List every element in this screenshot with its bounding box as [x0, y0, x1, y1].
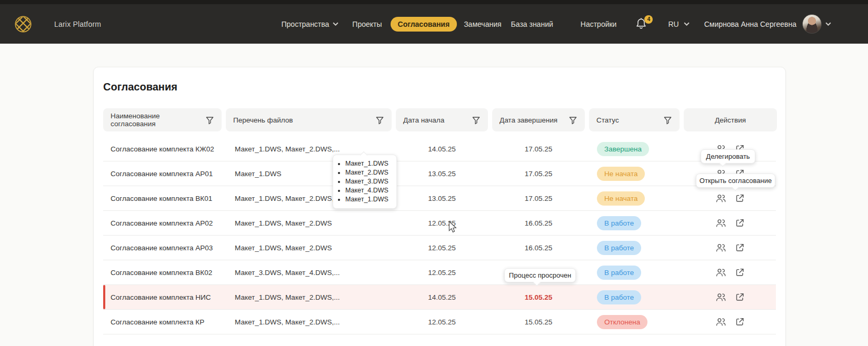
open-approval-icon[interactable] [735, 218, 745, 228]
end-date: 17.05.25 [492, 161, 585, 186]
table-row[interactable]: Согласование комплекта КЖ02Макет_1.DWS, … [103, 137, 776, 161]
table-row[interactable]: Согласование комплекта НИСМакет_1.DWS, М… [103, 285, 776, 310]
filter-icon[interactable] [205, 116, 214, 125]
start-date: 14.05.25 [396, 285, 488, 309]
column-header: Дата завершения [492, 108, 585, 131]
approval-name: Согласование комплекта АР03 [103, 236, 222, 260]
approval-name: Согласование комплекта АР01 [103, 161, 222, 186]
column-label: Статус [596, 116, 619, 124]
table-row[interactable]: Согласование комплекта АР03Макет_1.DWS, … [103, 236, 776, 260]
status-badge: Отклонена [597, 315, 647, 329]
language-label: RU [668, 20, 679, 28]
delegate-icon[interactable] [716, 194, 726, 203]
notification-badge: 4 [644, 15, 653, 24]
file-item: Макет_1.DWS [345, 195, 392, 204]
chevron-down-icon [684, 22, 690, 26]
open-approval-icon[interactable] [735, 268, 745, 277]
file-item: Макет_2.DWS [345, 168, 392, 177]
top-navbar: Larix Platform Пространства Проекты Согл… [0, 0, 868, 44]
nav-item-label: Настройки [581, 20, 617, 28]
actions-cell [684, 236, 777, 260]
file-list-text: Макет_1.DWS, Макет_2.DWS [226, 211, 392, 235]
file-list-text: Макет_3.DWS, Макет_4.DWS,... [226, 260, 392, 284]
column-header: Перечень файлов [226, 108, 392, 131]
filter-icon[interactable] [472, 116, 481, 125]
open-approval-icon[interactable] [735, 194, 745, 203]
notifications-button[interactable]: 4 [635, 17, 648, 31]
status-badge: В работе [597, 266, 641, 280]
nav-item-knowledge-base[interactable]: База знаний [511, 20, 553, 28]
column-label: Дата начала [403, 116, 444, 124]
start-date: 12.05.25 [396, 260, 488, 284]
start-date: 14.05.25 [396, 137, 488, 161]
table-row[interactable]: Согласование комплекта КРМакет_1.DWS, Ма… [103, 310, 776, 334]
column-label: Перечень файлов [233, 116, 293, 124]
delegate-icon[interactable] [716, 292, 726, 302]
table-row[interactable]: Согласование комплекта АР02Макет_1.DWS, … [103, 211, 776, 236]
nav-item-label: Проекты [352, 20, 382, 28]
column-label: Дата завершения [500, 116, 557, 124]
end-date: 15.05.25 [492, 310, 585, 334]
table-row[interactable]: Согласование комплекта ВК01Макет_1.DWS, … [103, 186, 776, 211]
file-list-text: Макет_1.DWS, Макет_2.DWS [226, 236, 392, 260]
nav-item-approvals[interactable]: Согласования [391, 17, 457, 32]
filter-icon[interactable] [663, 116, 672, 125]
status-badge: Завершена [597, 142, 649, 156]
status-cell: В работе [589, 260, 680, 284]
status-cell: Не начата [589, 161, 680, 186]
end-date: 17.05.25 [492, 186, 585, 210]
larix-logo-icon [13, 14, 33, 34]
start-date: 12.05.25 [396, 211, 488, 235]
status-badge: В работе [597, 241, 641, 255]
nav-item-projects[interactable]: Проекты [352, 20, 382, 28]
end-date: 16.05.25 [492, 236, 585, 260]
delegate-icon[interactable] [716, 218, 726, 228]
brand-name: Larix Platform [54, 20, 101, 28]
delegate-icon[interactable] [716, 317, 726, 327]
open-approval-icon[interactable] [735, 292, 745, 302]
actions-cell [684, 211, 777, 235]
overdue-tooltip: Процесс просрочен [504, 268, 576, 282]
file-item: Макет_3.DWS [345, 177, 392, 186]
filter-icon[interactable] [568, 116, 577, 125]
nav-item-remarks[interactable]: Замечания [464, 20, 501, 28]
status-cell: Отклонена [589, 310, 680, 334]
approval-name: Согласование комплекта НИС [103, 285, 222, 309]
user-menu-chevron-icon[interactable] [825, 22, 831, 26]
approvals-card: Согласования Наименование согласованияПе… [93, 67, 786, 346]
status-cell: В работе [589, 236, 680, 260]
table-row[interactable]: Согласование комплекта ВК02Макет_3.DWS, … [103, 260, 776, 285]
start-date: 12.05.25 [396, 310, 488, 334]
nav-item-label: База знаний [511, 20, 553, 28]
avatar[interactable] [802, 14, 822, 34]
file-list-text: Макет_1.DWS, Макет_2.DWS,... [226, 285, 392, 309]
page-title: Согласования [103, 81, 776, 93]
actions-cell [684, 186, 777, 210]
column-header: Статус [589, 108, 680, 131]
approval-name: Согласование комплекта КР [103, 310, 222, 334]
delegate-icon[interactable] [716, 243, 726, 252]
end-date: 15.05.25 [492, 285, 585, 309]
mouse-cursor [448, 221, 457, 233]
nav-item-spaces[interactable]: Пространства [282, 20, 339, 28]
open-approval-icon[interactable] [735, 243, 745, 252]
column-label: Наименование согласования [111, 112, 205, 128]
nav-item-settings[interactable]: Настройки [581, 20, 617, 28]
end-date: 17.05.25 [492, 137, 585, 161]
status-badge: В работе [597, 290, 641, 304]
filter-icon[interactable] [375, 116, 384, 125]
start-date: 13.05.25 [396, 186, 488, 210]
status-cell: Не начата [589, 186, 680, 210]
open-approval-icon[interactable] [735, 317, 745, 327]
column-label: Действия [715, 116, 746, 124]
actions-cell [684, 260, 777, 284]
delegate-icon[interactable] [716, 268, 726, 277]
table-row[interactable]: Согласование комплекта АР01Макет_1.DWS13… [103, 161, 776, 186]
delegate-tooltip: Делегировать [701, 149, 755, 164]
nav-item-label: Согласования [398, 20, 450, 28]
nav-item-label: Пространства [282, 20, 330, 28]
approval-name: Согласование комплекта КЖ02 [103, 137, 222, 161]
column-header: Действия [684, 108, 777, 131]
file-item: Макет_1.DWS [345, 159, 392, 168]
language-selector[interactable]: RU [668, 20, 689, 28]
